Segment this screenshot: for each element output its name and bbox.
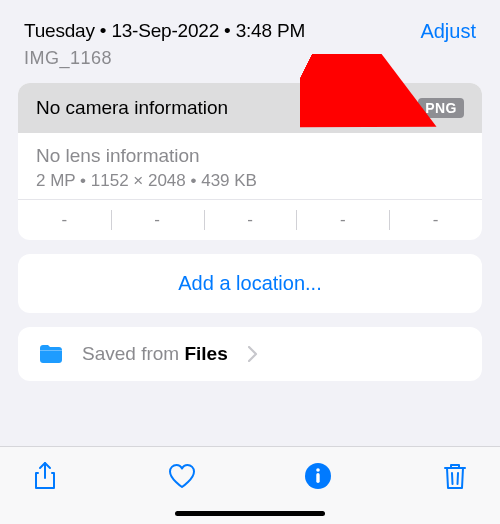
exif-cell: - <box>111 200 204 240</box>
svg-point-2 <box>317 468 321 472</box>
info-button[interactable] <box>301 459 335 493</box>
saved-from-card[interactable]: Saved from Files <box>18 327 482 381</box>
exif-cell: - <box>18 200 111 240</box>
camera-info-card: No camera information PNG No lens inform… <box>18 83 482 240</box>
exif-cell: - <box>296 200 389 240</box>
photo-datetime: Tuesday • 13-Sep-2022 • 3:48 PM <box>24 20 305 42</box>
no-camera-text: No camera information <box>36 97 228 119</box>
camera-row: No camera information PNG <box>18 83 482 133</box>
adjust-button[interactable]: Adjust <box>420 20 476 43</box>
favorite-button[interactable] <box>165 459 199 493</box>
format-badge: PNG <box>418 98 464 118</box>
chevron-right-icon <box>248 346 258 362</box>
home-indicator <box>175 511 325 516</box>
share-button[interactable] <box>28 459 62 493</box>
no-lens-text: No lens information <box>36 145 464 167</box>
exif-dash-row: - - - - - <box>18 199 482 240</box>
svg-rect-3 <box>317 473 320 483</box>
delete-button[interactable] <box>438 459 472 493</box>
add-location-link[interactable]: Add a location... <box>178 272 321 294</box>
location-card[interactable]: Add a location... <box>18 254 482 313</box>
photo-filename: IMG_1168 <box>24 48 305 69</box>
lens-row: No lens information 2 MP • 1152 × 2048 •… <box>18 133 482 199</box>
exif-cell: - <box>389 200 482 240</box>
dimensions-text: 2 MP • 1152 × 2048 • 439 KB <box>36 171 464 191</box>
saved-from-text: Saved from Files <box>82 343 228 365</box>
files-app-icon <box>36 339 66 369</box>
exif-cell: - <box>204 200 297 240</box>
